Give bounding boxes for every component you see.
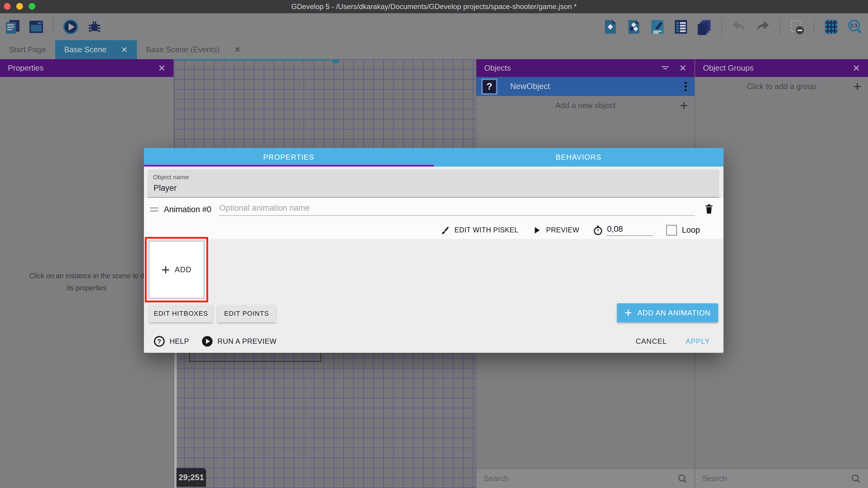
objects-search-input[interactable]: [483, 474, 677, 484]
edit-points-button[interactable]: EDIT POINTS: [217, 305, 276, 322]
time-between-frames-field: [593, 224, 653, 236]
object-editor-dialog: PROPERTIES BEHAVIORS Object name Animati…: [144, 148, 723, 353]
animation-name-field: [219, 203, 694, 216]
debug-icon[interactable]: [86, 19, 102, 35]
object-name-input[interactable]: [153, 183, 664, 193]
drag-handle-icon[interactable]: [150, 207, 158, 212]
edit-hitboxes-button[interactable]: EDIT HITBOXES: [149, 305, 213, 322]
play-icon: [532, 225, 542, 235]
loop-checkbox[interactable]: [666, 225, 677, 236]
instances-list-icon[interactable]: [673, 19, 689, 35]
tab-properties[interactable]: PROPERTIES: [144, 148, 434, 166]
vertical-scroll-thumb[interactable]: [174, 344, 177, 488]
cursor-coordinates: 29;251: [177, 468, 206, 487]
search-icon: [850, 473, 861, 484]
close-panel-icon[interactable]: ✕: [158, 63, 166, 73]
timer-icon: [593, 225, 603, 236]
animation-header-row: Animation #0: [144, 198, 723, 221]
redo-icon[interactable]: [754, 19, 771, 35]
help-button[interactable]: ? HELP: [153, 335, 189, 347]
horizontal-scroll-thumb[interactable]: [331, 59, 340, 63]
toolbar-divider: [779, 18, 780, 36]
toolbar-divider: [721, 18, 722, 36]
search-icon: [677, 473, 688, 484]
panel-title: Properties: [8, 63, 149, 73]
game-viewport-outline: [189, 353, 190, 362]
tab-behaviors[interactable]: BEHAVIORS: [434, 148, 724, 166]
layers-panel-icon[interactable]: [696, 19, 713, 35]
animation-label: Animation #0: [164, 205, 212, 214]
edit-with-piskel-button[interactable]: EDIT WITH PISKEL: [440, 225, 518, 235]
object-name-field[interactable]: Object name: [148, 170, 719, 198]
grid-icon[interactable]: [823, 19, 840, 35]
object-thumbnail: ?: [481, 79, 497, 95]
undo-icon[interactable]: [731, 19, 747, 35]
loop-option: Loop: [666, 225, 700, 236]
preview-animation-button[interactable]: PREVIEW: [532, 225, 579, 235]
object-list-item[interactable]: ? NewObject: [476, 77, 694, 96]
svg-text:?: ?: [157, 338, 161, 345]
panel-title: Object Groups: [703, 63, 843, 73]
close-tab-icon[interactable]: ✕: [234, 45, 241, 55]
apply-button[interactable]: APPLY: [685, 337, 710, 345]
objects-panel-icon[interactable]: [602, 19, 619, 35]
add-animation-button[interactable]: + ADD AN ANIMATION: [617, 303, 718, 322]
add-object-row[interactable]: Add a new object +: [476, 96, 694, 115]
window-mask-icon[interactable]: [788, 19, 805, 35]
close-panel-icon[interactable]: ✕: [852, 63, 860, 73]
title-bar: GDevelop 5 - /Users/dkarakay/Documents/G…: [0, 0, 868, 13]
tab-base-scene-events[interactable]: Base Scene (Events) ✕: [137, 40, 250, 59]
start-page-icon[interactable]: [28, 19, 45, 35]
close-window-button[interactable]: [4, 3, 10, 10]
properties-panel-icon[interactable]: [649, 19, 666, 35]
object-groups-panel-header: Object Groups ✕: [695, 59, 868, 77]
zoom-ratio-icon[interactable]: 1:1: [846, 19, 863, 35]
tutorial-highlight-box: + ADD: [145, 237, 208, 302]
toolbar-divider: [814, 18, 814, 36]
object-menu-icon[interactable]: [685, 82, 687, 91]
groups-search-input[interactable]: [702, 474, 850, 484]
close-tab-icon[interactable]: ✕: [121, 45, 128, 55]
object-name: NewObject: [510, 82, 685, 91]
editor-tab-bar: Start Page Base Scene ✕ Base Scene (Even…: [0, 40, 868, 59]
plus-icon[interactable]: +: [853, 77, 861, 96]
tab-base-scene[interactable]: Base Scene ✕: [55, 40, 137, 59]
dialog-tab-bar: PROPERTIES BEHAVIORS: [144, 148, 723, 166]
window-title: GDevelop 5 - /Users/dkarakay/Documents/G…: [291, 2, 577, 11]
animation-name-input[interactable]: [219, 203, 695, 216]
cancel-button[interactable]: CANCEL: [636, 337, 667, 345]
run-preview-button[interactable]: RUN A PREVIEW: [201, 335, 277, 347]
trash-icon: [703, 202, 715, 215]
delete-animation-button[interactable]: [703, 202, 715, 217]
game-viewport-outline: [320, 353, 321, 362]
gdevelop-window: GDevelop 5 - /Users/dkarakay/Documents/G…: [0, 0, 868, 488]
project-manager-icon[interactable]: [4, 19, 21, 35]
game-viewport-outline: [189, 361, 321, 362]
main-toolbar: 1:1: [0, 13, 868, 40]
plus-icon: +: [624, 307, 632, 319]
objects-panel-header: Objects ✕: [476, 59, 694, 77]
properties-panel-header: Properties ✕: [0, 59, 174, 77]
zoom-window-button[interactable]: [29, 3, 35, 10]
close-panel-icon[interactable]: ✕: [679, 63, 687, 73]
object-groups-panel-icon[interactable]: [625, 19, 642, 35]
plus-icon[interactable]: +: [680, 96, 688, 115]
play-circle-icon: [201, 335, 213, 347]
objects-search-bar: [476, 469, 694, 488]
loop-label: Loop: [682, 225, 700, 235]
tab-start-page[interactable]: Start Page: [0, 40, 55, 59]
time-between-frames-input[interactable]: [607, 224, 653, 236]
add-group-row[interactable]: Click to add a group +: [695, 77, 868, 96]
svg-text:1:1: 1:1: [850, 23, 858, 28]
filter-icon[interactable]: [660, 64, 670, 72]
missing-texture-icon: ?: [483, 80, 496, 93]
horizontal-scroll-indicator: [174, 59, 330, 61]
play-preview-icon[interactable]: [62, 19, 79, 35]
minimize-window-button[interactable]: [16, 3, 23, 10]
panel-title: Objects: [484, 63, 651, 73]
toolbar-divider: [53, 18, 54, 36]
add-frame-button[interactable]: + ADD: [149, 241, 204, 299]
active-tab-indicator: [144, 165, 434, 166]
plus-icon: +: [161, 261, 170, 278]
help-icon: ?: [153, 335, 165, 347]
